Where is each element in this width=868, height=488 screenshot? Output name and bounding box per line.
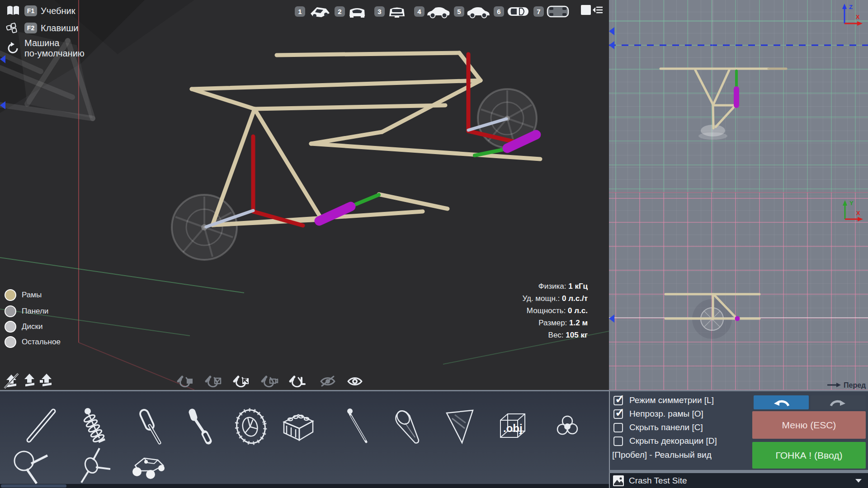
svg-text:X: X (856, 210, 860, 216)
palette-item-panel-triangle[interactable] (437, 404, 482, 449)
scene-image-icon (613, 475, 624, 487)
stat-power: Мощность: 0 л.с. (523, 305, 588, 317)
tutorial-menu-item[interactable]: F1 Учебник (5, 4, 75, 18)
checkbox-hide-panels[interactable]: ✓ Скрыть панели [C] (613, 422, 703, 432)
check-icon: ✓ (615, 406, 625, 420)
undo-arrow-icon (772, 398, 790, 408)
checkbox-label: Непрозр. рамы [O] (629, 409, 703, 419)
palette-item-actuator-rod[interactable] (177, 404, 222, 449)
multiselect-hand-icon[interactable] (206, 377, 221, 387)
undo-button[interactable] (754, 395, 809, 409)
menu-item-label: Клавиши (41, 23, 78, 33)
scene-3d (0, 0, 609, 390)
view-number-badge: 1 (295, 6, 305, 17)
redo-arrow-icon (829, 398, 847, 408)
parts-palette: .obj (0, 390, 609, 488)
palette-item-obj-import[interactable]: .obj (490, 404, 535, 449)
camera-view-7[interactable]: 7 (533, 4, 571, 19)
checkbox-hide-decorations[interactable]: ✓ Скрыть декорации [D] (613, 436, 717, 446)
axis-gizmo-top: Y X (843, 200, 863, 221)
stat-weight: Вес: 105 кг (523, 329, 588, 341)
checkbox-opaque-frames[interactable]: ✓ Непрозр. рамы [O] (613, 409, 703, 419)
race-button[interactable]: ГОНКА ! (Ввод) (752, 442, 866, 469)
palette-item-exhaust-cone[interactable] (387, 404, 432, 449)
svg-text:Z: Z (849, 4, 853, 10)
keys-menu-item[interactable]: F2 Клавиши (5, 21, 78, 35)
palette-item-wheel[interactable] (229, 404, 274, 449)
checkbox-label: Скрыть панели [C] (629, 422, 703, 432)
front-damper (319, 206, 351, 221)
checkbox: ✓ (613, 436, 623, 446)
svg-text:X: X (856, 14, 860, 20)
redo-button[interactable] (811, 395, 866, 409)
scene-select-dropdown[interactable]: Crash Test Site (609, 473, 868, 488)
legend-label: Рамы (22, 291, 42, 300)
ortho-front-view[interactable]: Z X (609, 0, 868, 192)
camera-view-4[interactable]: 4 (414, 4, 452, 19)
selection-toolbar (175, 374, 373, 390)
ortho-top-view[interactable]: Y X Перед (609, 192, 868, 390)
legend-label: Панели (22, 307, 48, 316)
palette-scrollbar[interactable] (0, 484, 609, 488)
checkbox-symmetry-mode[interactable]: ✓ Режим симметрии [L] (613, 395, 714, 405)
legend-wheels[interactable]: Диски (5, 321, 42, 333)
import-export-toolbar (4, 373, 58, 390)
stat-size: Размер: 1.2 м (523, 317, 588, 329)
palette-item-rod[interactable] (19, 404, 64, 449)
camera-hand-icon[interactable] (262, 377, 278, 387)
menu-button[interactable]: Меню (ESC) (752, 411, 866, 439)
select-hand-icon[interactable] (178, 377, 193, 387)
symmetry-marker-icon (609, 314, 614, 323)
car-top-icon (505, 4, 531, 19)
color-swatch (5, 305, 16, 317)
camera-view-2[interactable]: 2 (335, 4, 368, 19)
camera-view-1[interactable]: 1 (295, 4, 332, 19)
import-disabled-icon[interactable] (5, 374, 18, 388)
palette-item-antenna-rod[interactable] (335, 404, 380, 449)
front-direction-hint: Перед (827, 381, 866, 389)
default-car-menu-item[interactable]: Машина по-умолчанию (5, 38, 85, 59)
color-swatch (5, 321, 16, 333)
move-hand-icon[interactable] (234, 377, 249, 387)
scene-select-value: Crash Test Site (629, 476, 687, 486)
palette-scrollbar-handle[interactable] (1, 484, 66, 488)
main-3d-viewport[interactable]: F1 Учебник F2 Клавиши (0, 0, 609, 390)
camera-view-5[interactable]: 5 (454, 4, 491, 19)
front-wheel (172, 195, 237, 260)
car-rear-icon (386, 4, 408, 19)
show-eye-icon[interactable] (348, 378, 362, 385)
palette-item-ball-joint[interactable] (545, 404, 590, 449)
checkbox-label: Режим симметрии [L] (629, 395, 714, 405)
export-icon[interactable] (24, 374, 34, 386)
palette-item-pan-panel[interactable] (8, 445, 53, 485)
legend-other[interactable]: Остальное (5, 336, 61, 348)
realview-hint: [Пробел] - Реальный вид (612, 450, 712, 460)
front-pushrod (353, 195, 379, 206)
key-badge: F2 (24, 23, 37, 33)
menu-item-label: Машина по-умолчанию (24, 38, 85, 59)
camera-view-3[interactable]: 3 (374, 4, 408, 19)
car-side-icon (425, 4, 452, 19)
legend-panels[interactable]: Панели (5, 305, 48, 317)
axis-gizmo-front: Z X (842, 4, 863, 26)
palette-item-wheel-hub[interactable] (71, 445, 117, 485)
view-number-badge: 5 (454, 6, 464, 17)
key-badge: F1 (24, 5, 37, 16)
palette-item-spring-damper[interactable] (71, 404, 117, 449)
checkbox: ✓ (613, 423, 623, 432)
camera-view-6[interactable]: 6 (494, 4, 531, 19)
options-panel: ✓ Режим симметрии [L] ✓ Непрозр. рамы [O… (609, 390, 868, 470)
part-list-toggle[interactable] (580, 4, 604, 17)
line-hand-icon[interactable] (290, 377, 305, 387)
export-home-icon[interactable] (40, 374, 52, 386)
car-iso-icon (306, 4, 332, 19)
palette-item-engine[interactable] (276, 404, 321, 449)
palette-item-piston[interactable] (124, 404, 170, 449)
legend-frames[interactable]: Рамы (5, 289, 42, 301)
vehicle-stats: Физика: 1 кГц Уд. мощн.: 0 л.с./т Мощнос… (523, 280, 588, 341)
palette-item-sample-buggy[interactable] (124, 445, 174, 485)
view-number-badge: 3 (374, 6, 385, 17)
view-number-badge: 7 (533, 6, 544, 17)
hide-eye-icon[interactable] (321, 376, 335, 386)
stat-physics: Физика: 1 кГц (523, 280, 588, 292)
